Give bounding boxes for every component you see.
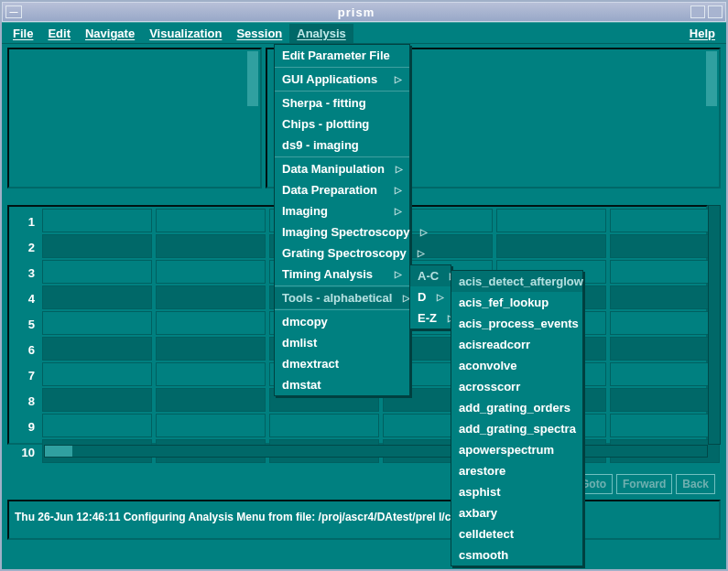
menu-edit[interactable]: Edit — [40, 24, 78, 43]
row-number: 2 — [11, 234, 38, 260]
analysis-menu-item[interactable]: dmlist — [275, 332, 409, 353]
analysis-menu-item[interactable]: dmstat — [275, 374, 409, 395]
analysis-menu-item[interactable]: Grating Spectroscopy▷ — [275, 242, 409, 264]
cell[interactable] — [156, 362, 266, 386]
analysis-menu: Edit Parameter FileGUI Applications▷Sher… — [274, 44, 410, 396]
analysis-menu-item[interactable]: Data Manipulation▷ — [275, 158, 409, 179]
row-number: 6 — [11, 337, 38, 362]
scrollbar-vertical[interactable] — [247, 51, 258, 185]
menu-file[interactable]: File — [5, 24, 40, 43]
cell[interactable] — [42, 388, 152, 412]
cell[interactable] — [496, 209, 606, 232]
alpha-submenu-item[interactable]: A-C▷ — [410, 265, 451, 286]
cell[interactable] — [496, 234, 606, 258]
analysis-menu-item[interactable]: Timing Analysis▷ — [275, 264, 409, 285]
cell[interactable] — [156, 388, 266, 412]
scrollbar-vertical[interactable] — [708, 205, 721, 445]
tool-submenu-item[interactable]: csmooth — [451, 544, 582, 566]
analysis-menu-item[interactable]: Sherpa - fitting — [275, 92, 409, 113]
window-menu-icon[interactable]: — — [5, 5, 22, 18]
tool-submenu-item[interactable]: celldetect — [451, 523, 582, 544]
tool-submenu-item[interactable]: acis_process_events — [451, 313, 582, 334]
tool-submenu-item[interactable]: add_grating_orders — [451, 397, 582, 418]
panel-left — [7, 48, 262, 189]
cell[interactable] — [610, 286, 720, 309]
analysis-menu-item[interactable]: Chips - plotting — [275, 113, 409, 135]
tool-submenu-item[interactable]: acis_fef_lookup — [451, 292, 582, 313]
menu-session[interactable]: Session — [229, 24, 289, 43]
cell[interactable] — [610, 311, 720, 335]
menu-analysis[interactable]: Analysis — [289, 24, 353, 43]
scrollbar-horizontal[interactable] — [44, 445, 708, 458]
row-number: 1 — [11, 209, 38, 234]
cell[interactable] — [42, 362, 152, 386]
cell[interactable] — [156, 260, 266, 284]
cell[interactable] — [610, 388, 720, 412]
cell[interactable] — [610, 260, 720, 284]
tool-submenu-item[interactable]: apowerspectrum — [451, 439, 582, 460]
row-number: 4 — [11, 286, 38, 311]
cell[interactable] — [42, 311, 152, 335]
cell[interactable] — [42, 414, 152, 437]
cell[interactable] — [269, 414, 379, 437]
cell[interactable] — [42, 286, 152, 309]
scrollbar-vertical[interactable] — [706, 51, 717, 185]
tool-submenu-item[interactable]: asphist — [451, 481, 582, 502]
analysis-menu-item[interactable]: Imaging Spectroscopy▷ — [275, 221, 409, 242]
submenu-arrow-icon: ▷ — [384, 74, 402, 84]
cell[interactable] — [156, 311, 266, 335]
cell[interactable] — [156, 337, 266, 361]
analysis-menu-item[interactable]: ds9 - imaging — [275, 135, 409, 156]
alpha-submenu-item[interactable]: E-Z▷ — [410, 307, 451, 329]
cell[interactable] — [42, 337, 152, 361]
analysis-menu-item[interactable]: Edit Parameter File — [275, 45, 409, 66]
analysis-menu-item[interactable]: dmextract — [275, 353, 409, 374]
tool-submenu-item[interactable]: add_grating_spectra — [451, 418, 582, 439]
submenu-arrow-icon: ▷ — [426, 292, 444, 302]
cell[interactable] — [610, 234, 720, 258]
tool-submenu-item[interactable]: axbary — [451, 502, 582, 523]
submenu-arrow-icon: ▷ — [384, 185, 402, 195]
minimize-button[interactable] — [690, 5, 705, 18]
status-bar: Thu 26-Jun 12:46:11 Configuring Analysis… — [7, 500, 721, 540]
analysis-menu-item[interactable]: Data Preparation▷ — [275, 179, 409, 200]
menu-visualization[interactable]: Visualization — [142, 24, 229, 43]
cell[interactable] — [610, 414, 720, 437]
analysis-menu-item[interactable]: Tools - alphabetical▷ — [275, 287, 409, 308]
submenu-arrow-icon: ▷ — [409, 227, 428, 237]
maximize-button[interactable] — [708, 5, 723, 18]
cell[interactable] — [42, 209, 152, 232]
cell[interactable] — [156, 234, 266, 258]
tools-alphabetical-submenu: A-C▷D▷E-Z▷ — [409, 264, 451, 329]
row-number: 9 — [11, 414, 38, 439]
cell[interactable] — [156, 209, 266, 232]
submenu-arrow-icon: ▷ — [385, 164, 403, 174]
alpha-submenu-item[interactable]: D▷ — [410, 286, 451, 307]
tool-submenu-item[interactable]: acisreadcorr — [451, 334, 582, 355]
cell[interactable] — [42, 260, 152, 284]
tool-submenu-item[interactable]: acis_detect_afterglow — [451, 271, 582, 292]
analysis-menu-item[interactable]: Imaging▷ — [275, 200, 409, 221]
forward-button[interactable]: Forward — [616, 474, 672, 494]
row-number: 5 — [11, 311, 38, 337]
tool-submenu-item[interactable]: arestore — [451, 460, 582, 481]
cell[interactable] — [610, 209, 720, 232]
cell[interactable] — [610, 337, 720, 361]
cell[interactable] — [42, 234, 152, 258]
tool-submenu-item[interactable]: acrosscorr — [451, 376, 582, 397]
analysis-menu-item[interactable]: dmcopy — [275, 311, 409, 332]
back-button[interactable]: Back — [676, 474, 715, 494]
row-number: 8 — [11, 388, 38, 414]
window-title: prism — [22, 5, 690, 19]
menu-help[interactable]: Help — [682, 24, 723, 43]
cell[interactable] — [156, 286, 266, 309]
cell[interactable] — [610, 362, 720, 386]
tool-submenu-item[interactable]: aconvolve — [451, 355, 582, 376]
analysis-menu-item[interactable]: GUI Applications▷ — [275, 69, 409, 90]
row-number: 7 — [11, 362, 38, 388]
cell[interactable] — [156, 414, 266, 437]
menu-navigate[interactable]: Navigate — [78, 24, 142, 43]
tools-a-c-submenu: acis_detect_afterglowacis_fef_lookupacis… — [451, 270, 583, 566]
row-number: 3 — [11, 260, 38, 286]
submenu-arrow-icon: ▷ — [407, 248, 425, 258]
